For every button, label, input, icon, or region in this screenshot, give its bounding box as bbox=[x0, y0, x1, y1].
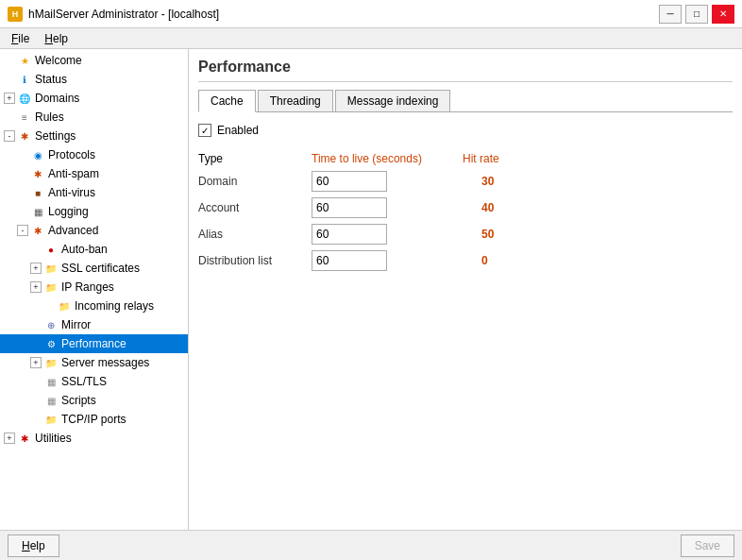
content-panel: Performance Cache Threading Message inde… bbox=[189, 49, 742, 530]
sidebar-item-autoban[interactable]: + ● Auto-ban bbox=[0, 240, 188, 259]
sidebar-item-welcome[interactable]: + ★ Welcome bbox=[0, 51, 188, 70]
bottom-right: Save bbox=[681, 535, 734, 557]
info-icon: ℹ bbox=[17, 72, 32, 87]
sidebar-item-rules[interactable]: + ≡ Rules bbox=[0, 108, 188, 127]
sidebar-item-label: SSL certificates bbox=[61, 262, 140, 275]
row-hitrate-domain: 30 bbox=[463, 175, 494, 188]
sidebar-item-label: Scripts bbox=[61, 394, 96, 407]
page-title: Performance bbox=[198, 59, 733, 82]
window-title: hMailServer Administrator - [localhost] bbox=[28, 8, 653, 21]
sidebar-item-advanced[interactable]: - ✱ Advanced bbox=[0, 221, 188, 240]
ttl-input-domain[interactable] bbox=[312, 171, 387, 192]
enabled-row: ✓ Enabled bbox=[198, 124, 733, 137]
ssltls-icon: ▦ bbox=[43, 374, 59, 389]
sidebar-item-ssltls[interactable]: + ▦ SSL/TLS bbox=[0, 372, 188, 391]
row-hitrate-alias: 50 bbox=[463, 228, 494, 241]
sidebar-item-label: Status bbox=[35, 73, 67, 86]
table-row: Alias 50 bbox=[198, 224, 733, 245]
minimize-button[interactable]: ─ bbox=[659, 5, 682, 24]
sidebar-item-scripts[interactable]: + ▦ Scripts bbox=[0, 391, 188, 410]
bottom-left: Help bbox=[8, 535, 59, 557]
sidebar-item-performance[interactable]: + ⚙ Performance bbox=[0, 334, 188, 353]
header-hitrate: Hit rate bbox=[463, 152, 538, 165]
ttl-input-distlist[interactable] bbox=[312, 250, 387, 271]
sidebar-item-server-messages[interactable]: + 📁 Server messages bbox=[0, 353, 188, 372]
sidebar-item-label: Mirror bbox=[61, 318, 91, 331]
sidebar-item-label: Advanced bbox=[48, 224, 98, 237]
settings-icon: ✱ bbox=[17, 128, 32, 144]
sidebar-item-ip-ranges[interactable]: + 📁 IP Ranges bbox=[0, 278, 188, 297]
menu-file[interactable]: File bbox=[4, 30, 37, 47]
sidebar-item-incoming-relays[interactable]: + 📁 Incoming relays bbox=[0, 297, 188, 315]
globe-icon: 🌐 bbox=[17, 91, 32, 106]
sidebar-item-label: Incoming relays bbox=[75, 299, 154, 313]
sidebar-item-label: Auto-ban bbox=[61, 243, 108, 256]
expand-icon[interactable]: + bbox=[4, 93, 15, 104]
close-button[interactable]: ✕ bbox=[712, 5, 734, 24]
window-controls: ─ □ ✕ bbox=[659, 5, 734, 24]
sidebar-item-label: Settings bbox=[35, 129, 76, 143]
enabled-checkbox[interactable]: ✓ bbox=[198, 124, 211, 137]
sidebar-item-settings[interactable]: - ✱ Settings bbox=[0, 127, 188, 145]
row-ttl-account bbox=[312, 197, 463, 218]
sidebar-item-label: Server messages bbox=[61, 356, 149, 369]
table-row: Domain 30 bbox=[198, 171, 733, 192]
tcpip-icon: 📁 bbox=[43, 412, 59, 427]
bottom-bar: Help Save bbox=[0, 530, 742, 560]
sidebar-item-label: Domains bbox=[35, 92, 79, 105]
ttl-input-account[interactable] bbox=[312, 197, 387, 218]
sidebar-item-label: Utilities bbox=[35, 432, 72, 445]
sidebar-item-label: Performance bbox=[61, 337, 126, 350]
tab-message-indexing[interactable]: Message indexing bbox=[335, 90, 451, 111]
sidebar-item-label: TCP/IP ports bbox=[61, 413, 126, 426]
sidebar-item-ssl-certs[interactable]: + 📁 SSL certificates bbox=[0, 259, 188, 278]
sidebar-item-antispam[interactable]: + ✱ Anti-spam bbox=[0, 164, 188, 183]
expand-icon[interactable]: + bbox=[4, 433, 15, 444]
performance-icon: ⚙ bbox=[43, 336, 59, 351]
sidebar-item-utilities[interactable]: + ✱ Utilities bbox=[0, 429, 188, 448]
star-icon: ★ bbox=[17, 53, 32, 68]
ssl-icon: 📁 bbox=[43, 261, 59, 276]
tab-bar: Cache Threading Message indexing bbox=[198, 90, 733, 112]
sidebar-item-status[interactable]: + ℹ Status bbox=[0, 70, 188, 89]
table-row: Account 40 bbox=[198, 197, 733, 218]
row-hitrate-distlist: 0 bbox=[463, 254, 488, 267]
sidebar-item-mirror[interactable]: + ⊕ Mirror bbox=[0, 315, 188, 334]
expand-icon[interactable]: + bbox=[30, 263, 42, 274]
advanced-icon: ✱ bbox=[30, 223, 45, 238]
header-type: Type bbox=[198, 152, 312, 165]
sidebar-item-label: SSL/TLS bbox=[61, 375, 107, 388]
app-icon: H bbox=[8, 7, 23, 22]
expand-icon[interactable]: - bbox=[4, 130, 15, 142]
scripts-icon: ▦ bbox=[43, 393, 59, 408]
sidebar-item-logging[interactable]: + ▦ Logging bbox=[0, 202, 188, 221]
sidebar-item-protocols[interactable]: + ◉ Protocols bbox=[0, 145, 188, 164]
sidebar-item-domains[interactable]: + 🌐 Domains bbox=[0, 89, 188, 108]
antivirus-icon: ■ bbox=[30, 185, 45, 200]
expand-icon[interactable]: + bbox=[30, 357, 42, 368]
expand-icon[interactable]: - bbox=[17, 225, 28, 236]
rules-icon: ≡ bbox=[17, 110, 32, 125]
enabled-label: Enabled bbox=[217, 124, 259, 137]
row-hitrate-account: 40 bbox=[463, 201, 494, 214]
autoban-icon: ● bbox=[43, 242, 59, 257]
incoming-icon: 📁 bbox=[57, 298, 72, 314]
tab-threading[interactable]: Threading bbox=[258, 90, 333, 111]
save-button[interactable]: Save bbox=[681, 535, 734, 557]
sidebar-item-tcpip[interactable]: + 📁 TCP/IP ports bbox=[0, 410, 188, 429]
sidebar-item-label: Rules bbox=[35, 110, 64, 124]
sidebar-item-label: Logging bbox=[48, 205, 89, 218]
table-row: Distribution list 0 bbox=[198, 250, 733, 271]
ttl-input-alias[interactable] bbox=[312, 224, 387, 245]
maximize-button[interactable]: □ bbox=[685, 5, 708, 24]
row-type-alias: Alias bbox=[198, 228, 312, 241]
titlebar: H hMailServer Administrator - [localhost… bbox=[0, 0, 742, 28]
sidebar-item-antivirus[interactable]: + ■ Anti-virus bbox=[0, 183, 188, 202]
cache-table: Type Time to live (seconds) Hit rate Dom… bbox=[198, 150, 733, 277]
expand-icon[interactable]: + bbox=[30, 281, 42, 293]
tab-cache[interactable]: Cache bbox=[198, 90, 256, 112]
row-ttl-distlist bbox=[312, 250, 463, 271]
help-button[interactable]: Help bbox=[8, 535, 59, 557]
menu-help[interactable]: Help bbox=[37, 30, 76, 47]
main-layout: + ★ Welcome + ℹ Status + 🌐 Domains + ≡ R… bbox=[0, 49, 742, 530]
